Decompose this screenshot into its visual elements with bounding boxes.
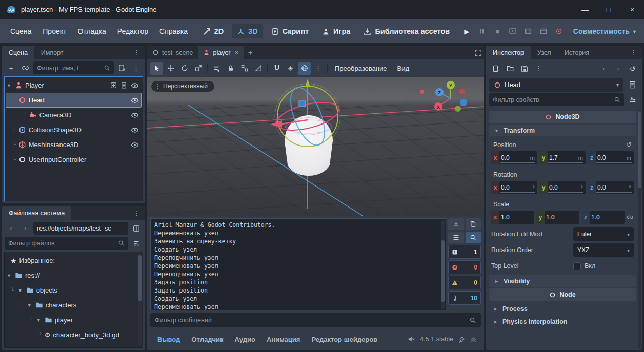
tree-row-collisionshape3d[interactable]: ├ CollisionShape3D <box>6 122 142 137</box>
collapse-icon[interactable]: ▼ <box>26 303 33 308</box>
rotation-x-field[interactable]: x 0.0 ° <box>491 181 537 194</box>
maximize-button[interactable]: □ <box>597 0 620 19</box>
rotation-edit-mode-select[interactable]: Euler ▾ <box>573 227 634 241</box>
rotation-z-field[interactable]: z 0.0 ° <box>588 181 634 194</box>
fs-row-objects[interactable]: └ ▼ objects <box>6 283 142 298</box>
path-input[interactable] <box>37 225 125 232</box>
property-filter[interactable] <box>489 93 624 106</box>
rotate-tool-button[interactable] <box>178 62 191 75</box>
error-counter[interactable]: 0 <box>448 260 481 274</box>
menu-debug[interactable]: Отладка <box>72 24 111 38</box>
split-view-button[interactable] <box>130 222 143 235</box>
tree-row-camera3d[interactable]: └ Camera3D <box>6 108 142 122</box>
frames-counter[interactable]: 10 <box>448 291 481 305</box>
search-log-button[interactable] <box>466 232 481 243</box>
view-menu[interactable]: Вид <box>393 62 414 75</box>
position-y-field[interactable]: y 1.7 m <box>539 151 586 164</box>
warning-counter[interactable]: 0 <box>448 276 481 289</box>
script-icon[interactable] <box>120 82 127 89</box>
filesystem-menu-icon[interactable]: ⋮ <box>130 209 143 217</box>
section-transform[interactable]: ▾ Transform <box>489 125 636 136</box>
scene-tab-player[interactable]: player × <box>198 46 244 59</box>
property-filter-input[interactable] <box>493 96 611 103</box>
workspace-3d-button[interactable]: 3D <box>232 24 263 38</box>
rotation-order-select[interactable]: YXZ ▾ <box>573 243 634 257</box>
remote-debug-button[interactable] <box>552 25 566 38</box>
collapse-icon[interactable]: ▼ <box>6 83 12 88</box>
fs-row-res[interactable]: ▼ res:// <box>6 268 142 283</box>
nav-forward-button[interactable]: › <box>19 222 32 235</box>
tab-scene[interactable]: Сцена <box>2 46 34 59</box>
play-custom-scene-button[interactable] <box>521 25 535 38</box>
play-scene-button[interactable] <box>506 25 520 38</box>
tree-row-userinputcontroller[interactable]: └ UserInputController <box>6 152 142 167</box>
expand-bottom-panel-icon[interactable] <box>470 336 477 343</box>
visibility-eye-icon[interactable] <box>131 141 139 149</box>
workspace-assetlib-button[interactable]: Библиотека ассетов <box>358 24 455 38</box>
movie-maker-button[interactable] <box>537 25 551 38</box>
message-filter-input[interactable] <box>155 317 466 324</box>
section-process[interactable]: ▸ Process <box>488 302 637 315</box>
workspace-game-button[interactable]: Игра <box>317 24 355 38</box>
copy-log-button[interactable] <box>466 218 481 230</box>
tab-debugger[interactable]: Отладчик <box>186 333 228 346</box>
new-resource-button[interactable] <box>489 62 502 75</box>
revert-icon[interactable]: ↺ <box>626 141 632 149</box>
scene-tab-test-scene[interactable]: test_scene <box>147 46 198 59</box>
menu-project[interactable]: Проект <box>37 24 71 38</box>
position-x-field[interactable]: x 0.0 m <box>491 151 537 164</box>
load-resource-button[interactable] <box>504 62 516 75</box>
tree-row-meshinstance3d[interactable]: ├ MeshInstance3D <box>6 137 142 152</box>
rotation-y-field[interactable]: y 0.0 ° <box>539 181 586 194</box>
transform-menu[interactable]: Преобразование <box>330 62 392 75</box>
scene-filter[interactable] <box>33 61 114 74</box>
tab-animation[interactable]: Анимация <box>261 333 305 346</box>
scale-z-field[interactable]: z 1.0 <box>581 211 625 224</box>
resource-options-icon[interactable]: ⋮ <box>532 65 545 72</box>
fs-row-characters[interactable]: └ ▼ characters <box>6 298 142 313</box>
section-visibility[interactable]: ▸ Visibility <box>489 275 636 287</box>
mute-speaker-icon[interactable] <box>408 336 415 343</box>
instance-scene-button[interactable] <box>19 61 32 74</box>
new-scene-tab-button[interactable]: ＋ <box>244 46 257 59</box>
tab-inspector[interactable]: Инспектор <box>486 46 531 59</box>
tab-audio[interactable]: Аудио <box>229 333 260 346</box>
ruler-button[interactable] <box>252 62 265 75</box>
menu-editor[interactable]: Редактор <box>112 24 153 38</box>
close-button[interactable]: × <box>620 0 644 19</box>
workspace-2d-button[interactable]: 2D <box>198 24 229 38</box>
environment-toggle-button[interactable] <box>298 62 311 75</box>
collapse-icon[interactable]: ▼ <box>17 288 24 293</box>
sun-toggle-button[interactable]: ☀ <box>284 62 297 75</box>
pause-button[interactable] <box>475 25 489 38</box>
visibility-eye-icon[interactable] <box>131 81 139 90</box>
output-log[interactable]: Ariel Manzur & Godot Contributors. Переи… <box>150 218 446 310</box>
top-level-checkbox[interactable] <box>573 262 581 270</box>
section-physics-interpolation[interactable]: ▸ Physics Interpolation <box>488 315 637 328</box>
message-filter[interactable] <box>150 313 481 327</box>
visibility-eye-icon[interactable] <box>131 96 139 105</box>
select-tool-button[interactable] <box>150 62 163 75</box>
collapse-icon[interactable]: ▼ <box>6 273 12 278</box>
tree-row-head[interactable]: └ Head <box>6 93 142 108</box>
lock-button[interactable] <box>224 62 237 75</box>
scene-filter-input[interactable] <box>37 65 101 72</box>
filesystem-filter[interactable] <box>5 237 128 250</box>
sort-button[interactable] <box>130 237 143 250</box>
inspector-scrollbar[interactable] <box>638 110 641 348</box>
version-label[interactable]: 4.5.1.stable <box>420 336 453 343</box>
scale-tool-button[interactable] <box>192 62 205 75</box>
pin-icon[interactable] <box>458 336 465 343</box>
move-tool-button[interactable] <box>164 62 177 75</box>
viewport-options-icon[interactable]: ⋮ <box>312 65 325 72</box>
filesystem-filter-input[interactable] <box>8 240 115 247</box>
filesystem-scrollbar[interactable] <box>138 254 142 345</box>
stop-button[interactable]: ■ <box>491 25 505 38</box>
fs-row-favorites[interactable]: ★ Избранное: <box>6 253 142 268</box>
nav-back-button[interactable]: ‹ <box>5 222 17 235</box>
collapse-duplicates-button[interactable] <box>448 232 464 243</box>
menu-scene[interactable]: Сцена <box>5 24 36 38</box>
scene-instance-icon[interactable] <box>110 82 117 89</box>
visibility-eye-icon[interactable] <box>131 126 139 134</box>
minimize-button[interactable]: — <box>573 0 597 19</box>
